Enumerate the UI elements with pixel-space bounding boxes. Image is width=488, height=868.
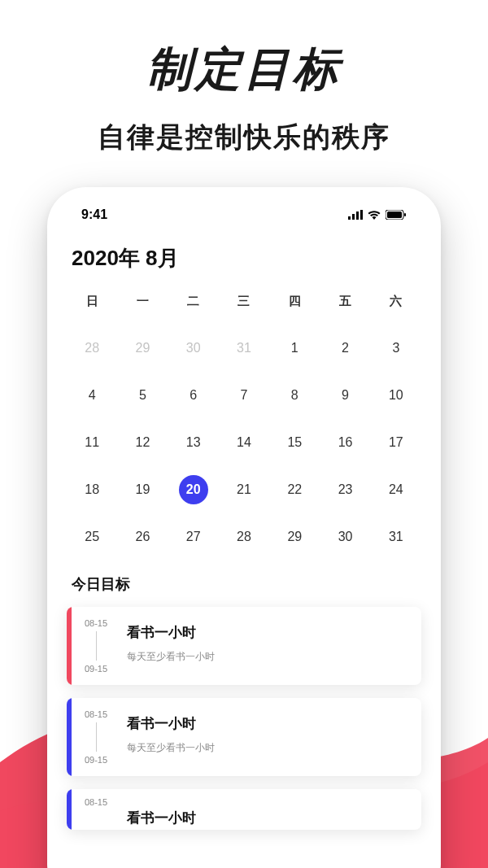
calendar-day[interactable]: 28	[67, 334, 117, 363]
calendar-day[interactable]: 29	[117, 334, 168, 363]
calendar-day[interactable]: 22	[269, 475, 320, 504]
calendar-day[interactable]: 4	[67, 381, 117, 410]
goal-title: 看书一小时	[127, 623, 415, 642]
calendar-day[interactable]: 11	[67, 428, 117, 457]
calendar-day[interactable]: 31	[371, 522, 421, 552]
goal-end-date: 09-15	[83, 664, 109, 674]
calendar-grid: 2829303112345678910111213141516171819202…	[67, 334, 421, 552]
goal-description: 每天至少看书一小时	[127, 741, 415, 755]
svg-rect-6	[404, 213, 406, 216]
hero: 制定目标 自律是控制快乐的秩序	[0, 0, 488, 156]
calendar-day[interactable]: 26	[117, 522, 168, 552]
goal-date-range: 08-15	[72, 789, 120, 830]
weekday-label: 四	[269, 294, 320, 309]
goal-card[interactable]: 08-15看书一小时	[67, 789, 421, 830]
calendar-day[interactable]: 2	[320, 334, 370, 363]
weekday-label: 二	[168, 294, 219, 309]
weekday-label: 一	[117, 294, 168, 309]
svg-rect-2	[356, 212, 359, 220]
goal-card[interactable]: 08-1509-15看书一小时每天至少看书一小时	[67, 607, 421, 685]
goals-list: 08-1509-15看书一小时每天至少看书一小时08-1509-15看书一小时每…	[67, 607, 421, 830]
calendar-day[interactable]: 13	[168, 428, 219, 457]
calendar-day[interactable]: 14	[219, 428, 269, 457]
calendar-day[interactable]: 25	[67, 522, 117, 552]
goal-date-range: 08-1509-15	[72, 698, 120, 776]
hero-subtitle: 自律是控制快乐的秩序	[0, 119, 488, 156]
calendar-day[interactable]: 21	[219, 475, 269, 504]
calendar-day[interactable]: 19	[117, 475, 168, 504]
calendar-day[interactable]: 5	[117, 381, 168, 410]
calendar-day[interactable]: 30	[168, 334, 219, 363]
hero-title: 制定目标	[0, 39, 488, 101]
svg-rect-5	[387, 212, 402, 218]
goal-start-date: 08-15	[83, 618, 109, 628]
goal-card[interactable]: 08-1509-15看书一小时每天至少看书一小时	[67, 698, 421, 776]
goal-start-date: 08-15	[83, 709, 109, 719]
status-bar: 9:41	[67, 195, 421, 234]
goal-start-date: 08-15	[83, 797, 109, 807]
calendar-day[interactable]: 31	[219, 334, 269, 363]
calendar-day[interactable]: 24	[371, 475, 421, 504]
phone-mockup: 9:41 2020年 8月 日 一 二 三 四 五 六 282930311234…	[47, 187, 441, 868]
status-time: 9:41	[81, 207, 107, 222]
calendar-day[interactable]: 18	[67, 475, 117, 504]
weekday-label: 五	[320, 294, 370, 309]
goals-section-title: 今日目标	[67, 574, 421, 594]
calendar-day[interactable]: 28	[219, 522, 269, 552]
weekday-label: 日	[67, 294, 117, 309]
calendar-weekday-row: 日 一 二 三 四 五 六	[67, 294, 421, 309]
svg-rect-0	[348, 216, 351, 220]
calendar-month-title[interactable]: 2020年 8月	[67, 244, 421, 273]
calendar-day[interactable]: 15	[269, 428, 320, 457]
goal-body: 看书一小时	[120, 789, 421, 830]
calendar-day[interactable]: 6	[168, 381, 219, 410]
calendar-day[interactable]: 1	[269, 334, 320, 363]
calendar-day[interactable]: 12	[117, 428, 168, 457]
calendar-day[interactable]: 3	[371, 334, 421, 363]
weekday-label: 六	[371, 294, 421, 309]
calendar-day[interactable]: 29	[269, 522, 320, 552]
goal-title: 看书一小时	[127, 714, 415, 733]
battery-icon	[386, 210, 407, 220]
signal-icon	[348, 210, 363, 220]
calendar-day[interactable]: 10	[371, 381, 421, 410]
calendar-day[interactable]: 30	[320, 522, 370, 552]
goal-body: 看书一小时每天至少看书一小时	[120, 607, 421, 685]
calendar-day[interactable]: 9	[320, 381, 370, 410]
wifi-icon	[368, 210, 381, 220]
svg-rect-1	[352, 214, 355, 220]
goal-date-range: 08-1509-15	[72, 607, 120, 685]
calendar-day[interactable]: 23	[320, 475, 370, 504]
goal-description: 每天至少看书一小时	[127, 650, 415, 664]
calendar-day[interactable]: 16	[320, 428, 370, 457]
status-icons	[348, 210, 407, 220]
calendar-day[interactable]: 17	[371, 428, 421, 457]
goal-end-date: 09-15	[83, 755, 109, 765]
goal-title: 看书一小时	[127, 809, 415, 827]
calendar-day[interactable]: 27	[168, 522, 219, 552]
svg-rect-3	[360, 210, 363, 220]
calendar-day[interactable]: 8	[269, 381, 320, 410]
weekday-label: 三	[219, 294, 269, 309]
calendar-day[interactable]: 20	[168, 475, 219, 504]
calendar-day[interactable]: 7	[219, 381, 269, 410]
goal-body: 看书一小时每天至少看书一小时	[120, 698, 421, 776]
